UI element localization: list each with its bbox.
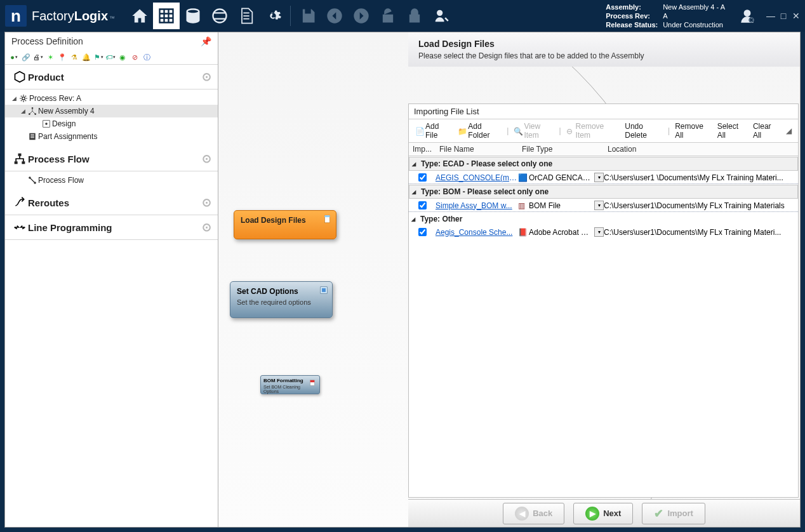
pin-mini-icon[interactable]: 📍 [57,52,67,62]
bom-type-dropdown[interactable]: ▾ [594,201,604,210]
window-close-button[interactable]: ✕ [790,11,802,21]
ecad-type-dropdown[interactable]: ▾ [594,173,604,182]
search-person-button[interactable] [428,3,455,29]
tree-rev[interactable]: ◢ Process Rev: A [5,92,218,105]
home-button[interactable] [126,3,153,29]
col-filename[interactable]: File Name [436,143,518,156]
add-file-button[interactable]: 📄Add File [413,121,453,140]
lock-button[interactable] [401,3,428,29]
window-minimize-button[interactable]: — [764,11,777,21]
wizard-title: Load Design Files [418,39,790,49]
svg-rect-20 [324,215,329,217]
parts-icon [27,132,38,141]
select-all-button[interactable]: Select All [715,121,748,140]
tree-rev-label: Process Rev: A [29,94,81,103]
import-button[interactable]: ✔Import [642,503,705,524]
ecad-type-icon: 🟦 [518,173,526,182]
svg-point-4 [22,97,25,100]
unlock-button[interactable] [375,3,401,29]
process-definition-button[interactable] [153,3,180,29]
row-ecad[interactable]: AEGIS_CONSOLE(mo... 🟦OrCAD GENCAD File▾ … [409,171,798,183]
save-button[interactable] [295,3,321,29]
remove-all-button[interactable]: Remove All [672,121,712,140]
row-other[interactable]: Aegis_Console Sche... 📕Adobe Acrobat Doc… [409,226,798,238]
svg-rect-5 [32,107,33,109]
add-dropdown-icon[interactable]: ● [9,52,19,62]
bom-filename-link[interactable]: Simple Assy_BOM w... [436,201,518,210]
main-toolbar [126,3,455,29]
step-set-cad-options[interactable]: Set CAD Options Set the required options [230,281,333,318]
step-bom-formatting[interactable]: BOM Formatting Set BOM Cleaning Options [260,375,320,394]
sidebar: Process Definition 📌 ● 🔗 🖨 ✶ 📍 ⚗ 🔔 ⚑ 🏷 ◉… [5,32,218,527]
section-lineprog[interactable]: Line Programming ⊙ [5,215,218,240]
next-button[interactable]: ▶Next [573,503,633,524]
row-bom[interactable]: Simple Assy_BOM w... ▥BOM File▾ C:\Users… [409,199,798,211]
section-product[interactable]: Product ⊙ [5,65,218,90]
other-import-checkbox[interactable] [418,228,427,236]
tag-dropdown-icon[interactable]: 🏷 [105,52,116,62]
settings-button[interactable] [260,3,286,29]
file-add-icon: 📄 [415,127,423,135]
col-filetype[interactable]: File Type [518,143,604,156]
remove-icon: ⊖ [566,127,574,135]
ecad-import-checkbox[interactable] [418,173,427,182]
section-reroutes[interactable]: Reroutes ⊙ [5,190,218,215]
col-import[interactable]: Imp... [409,143,436,156]
workflow-stage: Load Design Files Set CAD Options Set th… [218,32,800,527]
collapse-up-icon: ⊙ [202,70,211,84]
document-button[interactable] [233,3,260,29]
link-icon[interactable]: 🔗 [21,52,31,62]
tree-parts[interactable]: Part Assignments [5,130,218,143]
nav-back-button[interactable] [321,3,348,29]
group-ecad[interactable]: ◢Type: ECAD - Please select only one [409,157,798,171]
bom-import-checkbox[interactable] [418,201,427,209]
group-bom[interactable]: ◢Type: BOM - Please select only one [409,185,798,199]
other-type-dropdown[interactable]: ▾ [594,227,604,237]
wizard-subtitle: Please select the Design files that are … [418,51,790,60]
back-button[interactable]: ◀Back [503,503,564,524]
cancel-circle-icon[interactable]: ⊘ [130,52,140,62]
flask-icon[interactable]: ⚗ [69,52,79,62]
section-flow[interactable]: Process Flow ⊙ [5,147,218,171]
ok-circle-icon[interactable]: ◉ [117,52,128,62]
step-load-design-files[interactable]: Load Design Files [234,210,336,239]
assembly-label: Assembly: [606,3,662,11]
group-other[interactable]: ◢Type: Other [409,213,798,225]
collapse-down-icon-2: ⊙ [202,220,211,234]
print-dropdown-icon[interactable]: 🖨 [33,52,43,62]
add-folder-button[interactable]: 📁Add Folder [455,121,504,140]
tree-assembly-label: New Assembly 4 [38,107,95,116]
section-lineprog-label: Line Programming [28,222,112,233]
brand-tm: ™ [109,15,115,22]
nav-forward-button[interactable] [348,3,375,29]
window-maximize-button[interactable]: □ [777,11,790,21]
board-icon [319,286,328,295]
section-flow-label: Process Flow [28,154,90,164]
bug-icon[interactable]: ✶ [45,52,55,62]
database-button[interactable] [180,3,206,29]
corner-expand-icon[interactable]: ◢ [783,126,794,136]
user-avatar-icon[interactable] [738,6,757,25]
ecad-filename-link[interactable]: AEGIS_CONSOLE(mo... [436,173,518,182]
col-location[interactable]: Location [604,143,798,156]
status-value: Under Construction [663,21,729,29]
product-tree: ◢ Process Rev: A ◢ New Assembly 4 Design… [5,90,218,147]
other-filename-link[interactable]: Aegis_Console Sche... [436,228,518,237]
view-item-button: 🔍View Item [511,121,556,140]
info-circle-icon[interactable]: ⓘ [142,52,152,62]
section-reroutes-label: Reroutes [28,197,69,208]
pin-icon[interactable]: 📌 [201,36,211,46]
globe-button[interactable] [206,3,233,29]
svg-rect-16 [22,161,25,164]
pdf-icon [309,380,316,386]
tree-design[interactable]: Design [5,117,218,130]
flag-dropdown-icon[interactable]: ⚑ [93,52,103,62]
arrow-left-icon: ◀ [515,507,529,521]
arrow-right-icon: ▶ [585,507,599,521]
tree-assembly[interactable]: ◢ New Assembly 4 [5,105,218,117]
undo-delete-button[interactable]: Undo Delete [622,121,665,140]
tree-flow-item[interactable]: Process Flow [5,174,218,187]
svg-point-9 [45,123,48,125]
clear-all-button[interactable]: Clear All [750,121,781,140]
bell-icon[interactable]: 🔔 [81,52,91,62]
